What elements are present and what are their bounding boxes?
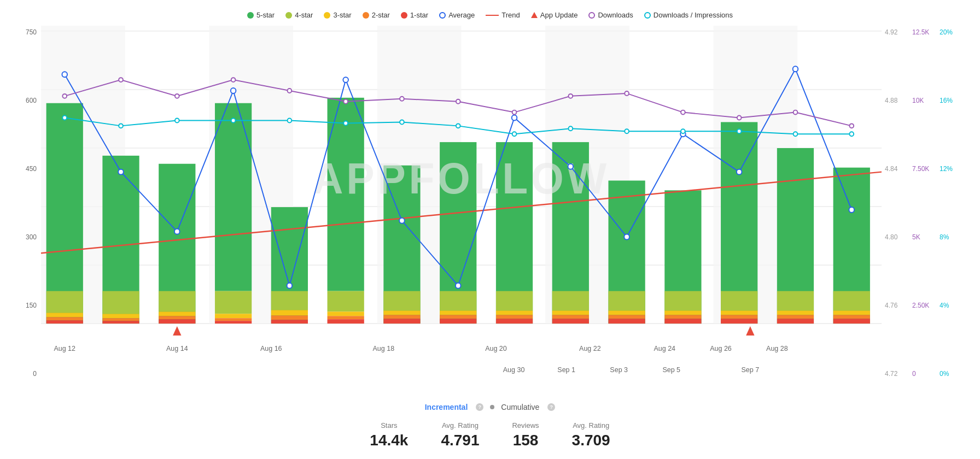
- svg-rect-46: [440, 291, 476, 311]
- svg-rect-54: [496, 319, 533, 323]
- svg-point-103: [231, 78, 236, 82]
- y-axes-right: 4.92 4.88 4.84 4.80 4.76 4.72 12.5K 10K …: [882, 26, 964, 394]
- svg-point-94: [568, 164, 574, 169]
- svg-point-112: [737, 116, 742, 120]
- incremental-help-icon[interactable]: ?: [476, 403, 483, 411]
- svg-point-101: [119, 78, 123, 82]
- toggle-row: Incremental ? Cumulative ?: [16, 403, 964, 411]
- svg-rect-42: [383, 310, 420, 315]
- svg-point-115: [62, 116, 67, 120]
- svg-point-116: [119, 123, 123, 128]
- svg-point-127: [737, 129, 742, 133]
- y-axis-downloads: 12.5K 10K 7.50K 5K 2.50K 0: [909, 26, 936, 394]
- svg-rect-52: [496, 310, 533, 315]
- svg-rect-79: [777, 319, 814, 323]
- app-update-marker-1: [173, 326, 181, 336]
- svg-point-104: [288, 89, 292, 93]
- svg-rect-18: [102, 318, 139, 321]
- svg-point-100: [62, 94, 67, 98]
- svg-rect-11: [46, 291, 83, 313]
- svg-rect-69: [664, 319, 701, 323]
- svg-rect-74: [721, 319, 757, 323]
- svg-point-126: [681, 129, 685, 133]
- svg-point-102: [175, 94, 179, 98]
- svg-rect-68: [664, 315, 701, 319]
- stat-stars: Stars 14.4k: [370, 421, 408, 449]
- svg-rect-13: [46, 317, 83, 320]
- svg-point-124: [568, 126, 573, 131]
- svg-text:Sep 5: Sep 5: [662, 366, 680, 374]
- svg-point-90: [343, 77, 348, 83]
- svg-rect-39: [328, 319, 364, 323]
- svg-text:Aug 24: Aug 24: [654, 345, 675, 352]
- svg-rect-48: [440, 315, 476, 319]
- svg-rect-36: [328, 291, 364, 312]
- svg-rect-62: [608, 310, 645, 315]
- svg-rect-41: [383, 291, 420, 311]
- svg-text:Sep 3: Sep 3: [610, 366, 628, 374]
- toggle-separator: [490, 405, 494, 409]
- chart-area: 750 600 450 300 150 0: [16, 26, 964, 394]
- svg-rect-28: [215, 318, 252, 321]
- legend-downloads[interactable]: Downloads: [588, 11, 633, 19]
- stats-row: Stars 14.4k Avg. Rating 4.791 Reviews 15…: [16, 421, 964, 449]
- legend-5star[interactable]: 5-star: [247, 11, 275, 19]
- app-update-marker-2: [746, 326, 754, 336]
- svg-point-121: [400, 120, 404, 124]
- cumulative-help-icon[interactable]: ?: [547, 403, 555, 411]
- svg-text:Aug 14: Aug 14: [166, 345, 188, 352]
- svg-point-119: [288, 118, 292, 122]
- legend-trend[interactable]: Trend: [486, 11, 520, 19]
- svg-rect-59: [552, 319, 589, 323]
- legend-2star[interactable]: 2-star: [363, 11, 390, 19]
- svg-rect-53: [496, 315, 533, 319]
- svg-rect-76: [777, 291, 814, 311]
- svg-point-107: [456, 99, 460, 104]
- svg-text:Aug 18: Aug 18: [373, 345, 395, 352]
- svg-text:Aug 20: Aug 20: [485, 345, 507, 352]
- svg-point-99: [849, 207, 854, 213]
- svg-rect-23: [159, 316, 195, 319]
- svg-rect-73: [721, 315, 757, 319]
- bottom-section: Incremental ? Cumulative ? Stars 14.4k A…: [16, 394, 964, 454]
- legend-app-update[interactable]: App Update: [531, 11, 578, 19]
- svg-rect-61: [608, 291, 645, 311]
- stat-reviews: Reviews 158: [512, 421, 539, 449]
- svg-rect-78: [777, 315, 814, 319]
- svg-rect-47: [440, 310, 476, 315]
- chart-svg: APPFOLLOW: [41, 26, 882, 394]
- svg-rect-51: [496, 291, 533, 311]
- y-axis-rating: 4.92 4.88 4.84 4.80 4.76 4.72: [882, 26, 909, 394]
- svg-rect-24: [159, 319, 195, 323]
- toggle-cumulative[interactable]: Cumulative: [501, 403, 539, 411]
- svg-rect-16: [102, 291, 139, 314]
- svg-rect-72: [721, 310, 757, 315]
- svg-rect-25: [215, 103, 252, 291]
- svg-text:Aug 22: Aug 22: [579, 345, 601, 352]
- svg-point-95: [624, 234, 629, 240]
- svg-rect-43: [383, 315, 420, 319]
- svg-rect-14: [46, 320, 83, 323]
- svg-rect-58: [552, 315, 589, 319]
- legend-downloads-impressions[interactable]: Downloads / Impressions: [644, 11, 733, 19]
- svg-rect-21: [159, 291, 195, 312]
- y-axis-impressions: 20% 16% 12% 8% 4% 0%: [936, 26, 964, 394]
- legend-3star[interactable]: 3-star: [324, 11, 351, 19]
- svg-rect-26: [215, 291, 252, 314]
- svg-point-97: [737, 169, 742, 175]
- svg-point-122: [456, 123, 460, 128]
- svg-rect-67: [664, 310, 701, 315]
- bar-5star: [46, 103, 83, 323]
- svg-point-105: [343, 99, 348, 104]
- svg-point-86: [118, 169, 124, 175]
- toggle-incremental[interactable]: Incremental: [425, 403, 468, 411]
- legend-1star[interactable]: 1-star: [401, 11, 428, 19]
- legend-4star[interactable]: 4-star: [285, 11, 313, 19]
- svg-point-98: [793, 66, 798, 72]
- svg-point-110: [625, 91, 629, 96]
- chart-container: 5-star 4-star 3-star 2-star 1-star Avera…: [0, 0, 980, 459]
- svg-rect-12: [46, 313, 83, 317]
- svg-rect-71: [721, 291, 757, 311]
- legend-average[interactable]: Average: [439, 11, 475, 19]
- svg-point-129: [849, 132, 854, 136]
